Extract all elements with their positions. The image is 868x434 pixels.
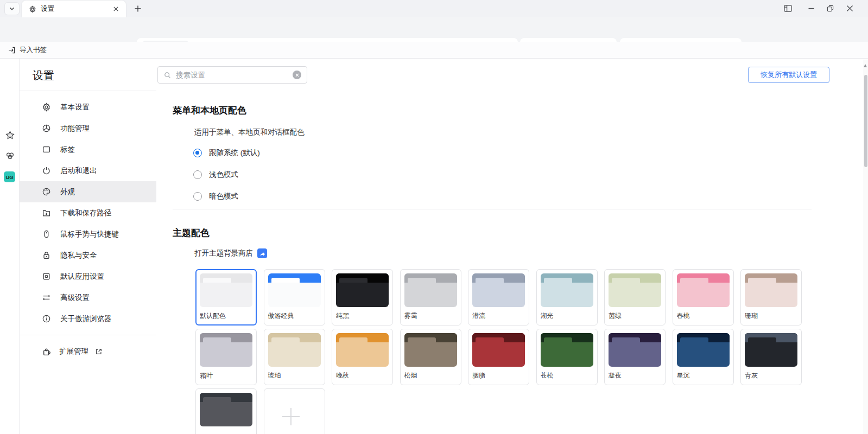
- tab-close-button[interactable]: [111, 4, 121, 14]
- theme-card[interactable]: 琥珀: [264, 329, 325, 385]
- swatch-tab: [476, 337, 504, 342]
- theme-card[interactable]: 雾霭: [400, 269, 461, 326]
- add-theme-card[interactable]: [264, 388, 325, 434]
- sidebar-item-label: 标签: [60, 145, 75, 155]
- rail-favorites-button[interactable]: [4, 129, 16, 141]
- menu-color-option-1[interactable]: 浅色模式: [193, 164, 260, 186]
- menu-color-option-2[interactable]: 暗色模式: [193, 186, 260, 207]
- tab-icon: [42, 145, 51, 154]
- open-external-icon: [95, 348, 103, 355]
- info-icon: [42, 314, 51, 323]
- sidebar-item-advanced[interactable]: 高级设置: [20, 287, 156, 308]
- sliders-icon: [42, 293, 51, 302]
- theme-name: 潜流: [472, 311, 525, 321]
- close-window-button[interactable]: [840, 0, 859, 16]
- scroll-up-arrow-icon[interactable]: [864, 64, 867, 67]
- swatch-tab: [408, 337, 436, 342]
- sidebar-item-label: 扩展管理: [59, 347, 88, 356]
- gear-icon: [29, 5, 36, 13]
- new-tab-button[interactable]: [131, 3, 144, 15]
- theme-name: 苍松: [541, 371, 593, 380]
- import-bookmarks-label: 导入书签: [20, 46, 47, 55]
- bookmarks-bar: 导入书签: [0, 42, 868, 59]
- swatch-tab: [339, 278, 368, 283]
- radio-unselected[interactable]: [193, 170, 202, 179]
- sidebar-item-label: 启动和退出: [60, 166, 97, 176]
- restore-button[interactable]: [821, 0, 839, 16]
- theme-name: 霜叶: [200, 371, 252, 380]
- theme-swatch: [200, 333, 252, 367]
- sidebar-item-basic[interactable]: 基本设置: [20, 97, 156, 118]
- menu-color-description: 适用于菜单、本地页和对话框配色: [194, 127, 305, 137]
- menu-color-option-0[interactable]: 跟随系统 (默认): [193, 142, 260, 164]
- theme-card[interactable]: 晚秋: [332, 329, 393, 385]
- theme-card[interactable]: 湖光: [536, 269, 598, 326]
- theme-card[interactable]: 纯黑: [332, 269, 393, 326]
- theme-card[interactable]: 傲游经典: [264, 269, 325, 326]
- radio-selected[interactable]: [193, 149, 202, 157]
- sidebar-item-about[interactable]: 关于傲游浏览器: [20, 308, 156, 329]
- settings-search-field[interactable]: [157, 66, 307, 84]
- chevron-down-icon: [9, 5, 15, 12]
- theme-card[interactable]: 珊瑚: [740, 269, 802, 326]
- theme-swatch: [404, 333, 457, 367]
- tab-strip: 设置: [0, 0, 868, 17]
- theme-card[interactable]: 青灰: [740, 329, 802, 385]
- restore-defaults-button[interactable]: 恢复所有默认设置: [748, 67, 829, 83]
- swatch-tab: [544, 337, 572, 342]
- theme-card[interactable]: 春桃: [673, 269, 734, 326]
- workspace-button[interactable]: [778, 0, 797, 16]
- swatch-tab: [748, 337, 776, 342]
- plus-icon: [290, 408, 292, 425]
- puzzle-icon: [42, 347, 51, 356]
- radio-unselected[interactable]: [193, 192, 202, 201]
- theme-name: 胭脂: [472, 371, 525, 380]
- theme-card[interactable]: 潜流: [468, 269, 529, 326]
- open-store-arrow-icon[interactable]: [257, 248, 267, 258]
- theme-card[interactable]: 星沉: [673, 329, 734, 385]
- sidebar-item-mouse[interactable]: 鼠标手势与快捷键: [20, 224, 156, 245]
- sidebar-item-startup[interactable]: 启动和退出: [20, 160, 156, 181]
- theme-grid: 默认配色傲游经典纯黑雾霭潜流湖光茵绿春桃珊瑚霜叶琥珀晚秋松烟胭脂苍松凝夜星沉青灰: [195, 269, 802, 434]
- theme-store-link[interactable]: 打开主题背景商店: [194, 248, 267, 258]
- page-title: 设置: [33, 68, 54, 83]
- sidebar-divider: [20, 335, 156, 335]
- theme-card[interactable]: 胭脂: [468, 329, 529, 385]
- tab-list-button[interactable]: [4, 2, 20, 15]
- section-title-menu-color: 菜单和本地页配色: [173, 104, 246, 117]
- page-scrollbar[interactable]: [863, 60, 868, 434]
- minimize-button[interactable]: [802, 0, 820, 16]
- sidebar-item-label: 基本设置: [60, 103, 90, 112]
- theme-card[interactable]: 松烟: [400, 329, 461, 385]
- theme-swatch: [200, 273, 252, 307]
- theme-card[interactable]: 霜叶: [195, 329, 257, 385]
- sidebar-item-features[interactable]: 功能管理: [20, 118, 156, 139]
- sidebar-item-downloads[interactable]: 下载和保存路径: [20, 202, 156, 224]
- theme-card[interactable]: 默认配色: [195, 269, 257, 326]
- theme-card[interactable]: 凝夜: [604, 329, 666, 385]
- sidebar-item-privacy[interactable]: 隐私与安全: [20, 245, 156, 266]
- scrollbar-thumb[interactable]: [864, 75, 867, 167]
- theme-swatch: [609, 333, 661, 367]
- sidebar-item-label: 默认应用设置: [60, 272, 104, 282]
- swatch-tab: [203, 337, 231, 342]
- rail-bee-button[interactable]: [4, 150, 16, 162]
- import-bookmarks-button[interactable]: 导入书签: [8, 46, 47, 55]
- theme-card[interactable]: 茵绿: [604, 269, 666, 326]
- clear-settings-search-button[interactable]: [293, 71, 301, 79]
- swatch-tab: [203, 397, 231, 402]
- browser-tab-settings[interactable]: 设置: [22, 1, 126, 17]
- sidebar-item-appearance[interactable]: 外观: [20, 181, 156, 202]
- theme-name: 青灰: [745, 371, 797, 380]
- theme-name: 傲游经典: [268, 311, 321, 321]
- theme-store-label: 打开主题背景商店: [194, 248, 253, 258]
- theme-card[interactable]: [195, 388, 257, 434]
- settings-search-input[interactable]: [176, 71, 293, 79]
- palette-icon: [42, 187, 51, 196]
- sidebar-item-extensions[interactable]: 扩展管理: [42, 344, 103, 359]
- theme-swatch: [472, 273, 525, 307]
- theme-card[interactable]: 苍松: [536, 329, 598, 385]
- sidebar-item-tabs[interactable]: 标签: [20, 139, 156, 160]
- rail-ug-badge[interactable]: UG: [4, 171, 15, 182]
- sidebar-item-default-apps[interactable]: 默认应用设置: [20, 266, 156, 287]
